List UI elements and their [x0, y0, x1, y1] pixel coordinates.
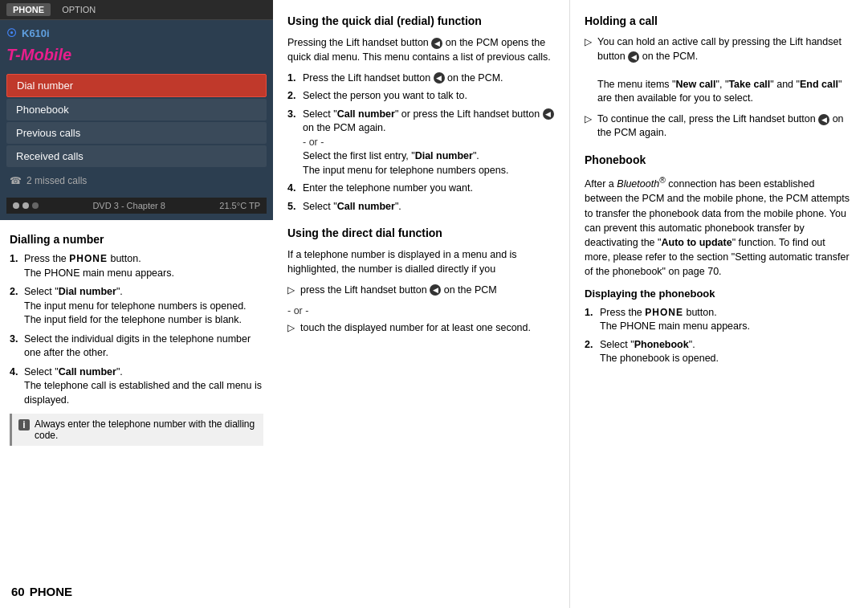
menu-item-dial[interactable]: Dial number — [6, 74, 267, 97]
dvd-label: DVD 3 - Chapter 8 — [92, 201, 165, 210]
qdial-step-5: 5. Select "Call number". — [287, 200, 555, 214]
left-panel: PHONE OPTION ☉ K610i T-Mobile Dial numbe… — [0, 0, 273, 608]
menu-item-received-calls[interactable]: Received calls — [6, 145, 267, 167]
pb-step-2: 2. Select "Phonebook".The phonebook is o… — [585, 338, 854, 366]
bar-dot-2 — [22, 202, 29, 209]
displaying-phonebook-subheading: Displaying the phonebook — [585, 287, 854, 302]
middle-panel: Using the quick dial (redial) function P… — [273, 0, 570, 608]
phone-ui: PHONE OPTION ☉ K610i T-Mobile Dial numbe… — [0, 0, 273, 220]
holding-bullets: ▷ You can hold an active call by pressin… — [585, 35, 854, 141]
temp-label: 21.5°C TP — [219, 201, 260, 210]
direct-dial-bullet-2: ▷ touch the displayed number for at leas… — [287, 321, 555, 336]
lift-btn-icon-4: ◀ — [430, 284, 441, 296]
qdial-step-3: 3. Select "Call number" or press the Lif… — [287, 108, 555, 178]
direct-dial-bullets: ▷ press the Lift handset button ◀ on the… — [287, 284, 555, 298]
bar-dot-1 — [13, 202, 19, 209]
qdial-step-2: 2. Select the person you want to talk to… — [287, 89, 555, 104]
direct-dial-para: If a telephone number is displayed in a … — [287, 247, 555, 276]
quick-dial-heading: Using the quick dial (redial) function — [287, 13, 555, 29]
missed-calls: ☎ 2 missed calls — [6, 170, 267, 191]
step-3: 3. Select the individual digits in the t… — [10, 333, 263, 361]
phonebook-para: After a Bluetooth® connection has been e… — [585, 174, 854, 279]
arrow-icon-4: ▷ — [585, 112, 593, 141]
phone-bold-1: PHONE — [69, 253, 108, 264]
lift-btn-icon-3: ◀ — [543, 108, 554, 120]
step-1: 1. Press the PHONE button.The PHONE main… — [10, 252, 263, 280]
missed-calls-label: 2 missed calls — [26, 175, 87, 186]
lift-btn-icon-2: ◀ — [434, 72, 445, 84]
phone-top-bar: ☉ K610i — [6, 27, 267, 39]
lift-btn-icon-5: ◀ — [628, 51, 639, 63]
page-footer: 60 PHONE — [8, 583, 75, 600]
or-divider-1: - or - — [303, 137, 324, 148]
note-box: i Always enter the telephone number with… — [10, 414, 263, 446]
menu-item-phonebook[interactable]: Phonebook — [6, 99, 267, 120]
arrow-icon-1: ▷ — [287, 284, 295, 298]
holding-call-heading: Holding a call — [585, 13, 854, 29]
quick-dial-steps: 1. Press the Lift handset button ◀ on th… — [287, 71, 555, 214]
carrier-logo: T-Mobile — [6, 43, 267, 67]
arrow-icon-2: ▷ — [287, 321, 295, 336]
model-label: K610i — [22, 27, 50, 39]
step-4: 4. Select "Call number".The telephone ca… — [10, 365, 263, 408]
step-2: 2. Select "Dial number".The input menu f… — [10, 285, 263, 328]
left-content: Dialling a number 1. Press the PHONE but… — [0, 220, 273, 608]
phone-bold-2: PHONE — [645, 307, 683, 318]
page-label: PHONE — [30, 585, 72, 598]
option-tab[interactable]: OPTION — [55, 3, 102, 16]
direct-dial-bullets-2: ▷ touch the displayed number for at leas… — [287, 321, 555, 336]
holding-bullet-1: ▷ You can hold an active call by pressin… — [585, 35, 854, 106]
phonebook-heading: Phonebook — [585, 152, 854, 168]
phone-model: ☉ K610i — [6, 27, 50, 39]
note-text: Always enter the telephone number with t… — [35, 418, 257, 441]
direct-dial-heading: Using the direct dial function — [287, 225, 555, 241]
phone-screen: ☉ K610i T-Mobile Dial number Phonebook P… — [0, 20, 273, 220]
lift-btn-icon-1: ◀ — [431, 38, 442, 49]
quick-dial-para: Pressing the Lift handset button ◀ on th… — [287, 35, 555, 64]
menu-items: Dial number Phonebook Previous calls Rec… — [6, 74, 267, 167]
phone-header: PHONE OPTION — [0, 0, 273, 20]
phonebook-steps: 1. Press the PHONE button.The PHONE main… — [585, 306, 854, 366]
dialling-steps: 1. Press the PHONE button.The PHONE main… — [10, 252, 263, 407]
arrow-icon-3: ▷ — [585, 35, 593, 106]
or-divider-2: - or - — [287, 304, 555, 318]
note-icon: i — [18, 419, 30, 430]
holding-bullet-2: ▷ To continue the call, press the Lift h… — [585, 112, 854, 141]
bluetooth-icon: ☉ — [6, 27, 17, 39]
qdial-step-1: 1. Press the Lift handset button ◀ on th… — [287, 71, 555, 86]
dialling-title: Dialling a number — [10, 233, 263, 246]
right-panel: Holding a call ▷ You can hold an active … — [570, 0, 868, 608]
missed-call-icon: ☎ — [10, 175, 22, 186]
direct-dial-bullet-1: ▷ press the Lift handset button ◀ on the… — [287, 284, 555, 298]
bottom-bar: DVD 3 - Chapter 8 21.5°C TP — [6, 198, 267, 214]
lift-btn-icon-6: ◀ — [818, 114, 829, 125]
bar-icons — [13, 202, 39, 209]
bar-dot-3 — [32, 202, 39, 209]
page-number: 60 — [11, 585, 25, 598]
phone-tab[interactable]: PHONE — [6, 3, 51, 16]
qdial-step-4: 4. Enter the telephone number you want. — [287, 182, 555, 196]
menu-item-previous-calls[interactable]: Previous calls — [6, 122, 267, 144]
pb-step-1: 1. Press the PHONE button.The PHONE main… — [585, 306, 854, 334]
